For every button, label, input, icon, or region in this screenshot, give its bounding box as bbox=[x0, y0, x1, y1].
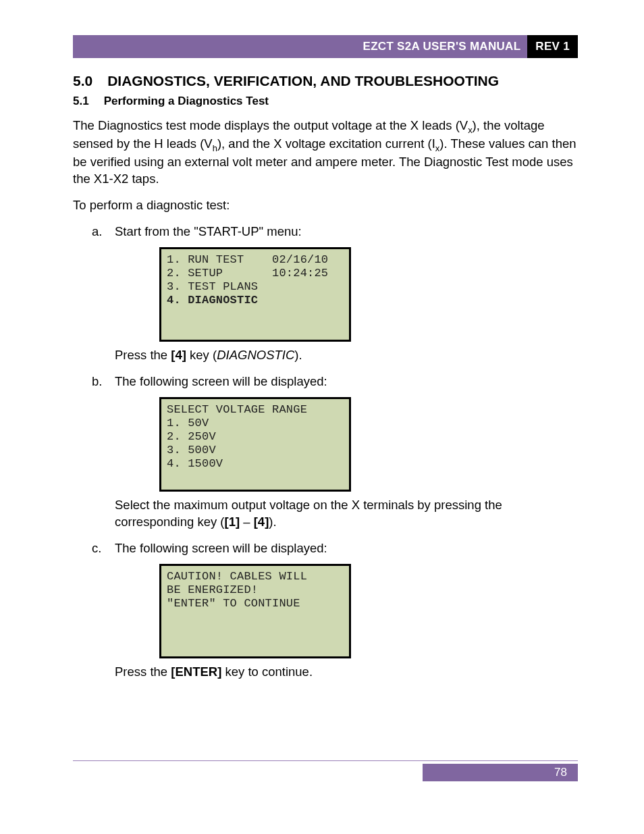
step-b-text: The following screen will be displayed: bbox=[115, 373, 578, 390]
step-a-after-pre: Press the bbox=[115, 348, 171, 362]
subsection-number: 5.1 bbox=[73, 95, 89, 108]
header-title: EZCT S2A USER'S MANUAL bbox=[73, 35, 527, 58]
key-4b: [4] bbox=[254, 515, 269, 529]
lcd-b-line2: 1. 50V bbox=[167, 417, 344, 430]
subsection-heading: 5.1 Performing a Diagnostics Test bbox=[73, 95, 578, 108]
section-heading: 5.0 DIAGNOSTICS, VERIFICATION, AND TROUB… bbox=[73, 73, 578, 89]
lcd-c-line4: "ENTER" TO CONTINUE bbox=[167, 597, 344, 610]
lcd-a-line3: 3. TEST PLANS bbox=[167, 280, 344, 294]
lcd-a-line2: 2. SETUP 10:24:25 bbox=[167, 267, 344, 280]
lcd-b-line4: 3. 500V bbox=[167, 444, 344, 457]
section-title: DIAGNOSTICS, VERIFICATION, AND TROUBLESH… bbox=[107, 73, 499, 89]
page-number: 78 bbox=[423, 764, 578, 781]
intro-paragraph: The Diagnostics test mode displays the o… bbox=[73, 118, 578, 188]
sub-vh: h bbox=[213, 143, 217, 153]
step-a-diagnostic-ital: DIAGNOSTIC bbox=[217, 348, 294, 362]
lcd-c-line1: CAUTION! CABLES WILL bbox=[167, 570, 344, 583]
lcd-screen-startup: 1. RUN TEST 02/16/10 2. SETUP 10:24:25 3… bbox=[159, 247, 351, 342]
step-c-after-post: key to continue. bbox=[221, 664, 313, 679]
step-b-dash: – bbox=[240, 515, 254, 529]
header-rev: REV 1 bbox=[527, 35, 578, 58]
step-b-after: Select the maximum output voltage on the… bbox=[115, 497, 578, 531]
step-c-text: The following screen will be displayed: bbox=[115, 540, 578, 557]
intro-text-a: The Diagnostics test mode displays the o… bbox=[73, 118, 468, 132]
footer-bar: 78 bbox=[73, 764, 578, 781]
step-a-after-post: ). bbox=[294, 348, 302, 362]
step-a-after-mid: key ( bbox=[186, 348, 217, 362]
lcd-screen-caution: CAUTION! CABLES WILL BE ENERGIZED! "ENTE… bbox=[159, 564, 351, 658]
step-b-letter: b. bbox=[92, 373, 115, 531]
subsection-title: Performing a Diagnostics Test bbox=[104, 95, 269, 108]
page-content: EZCT S2A USER'S MANUAL REV 1 5.0 DIAGNOS… bbox=[0, 0, 644, 681]
step-b-after-pre: Select the maximum output voltage on the… bbox=[115, 498, 502, 529]
lcd-a-line1: 1. RUN TEST 02/16/10 bbox=[167, 253, 344, 267]
step-b: b. The following screen will be displaye… bbox=[73, 373, 578, 531]
step-a-text: Start from the "START-UP" menu: bbox=[115, 224, 578, 240]
key-1: [1] bbox=[224, 515, 240, 529]
key-4: [4] bbox=[171, 348, 186, 362]
step-a-after: Press the [4] key (DIAGNOSTIC). bbox=[115, 347, 578, 364]
lcd-b-line5: 4. 1500V bbox=[167, 457, 344, 471]
section-number: 5.0 bbox=[73, 73, 92, 89]
lcd-b-line1: SELECT VOLTAGE RANGE bbox=[167, 403, 344, 417]
step-b-after-post: ). bbox=[269, 515, 276, 529]
lcd-c-line2: BE ENERGIZED! bbox=[167, 583, 344, 597]
footer-spacer bbox=[73, 764, 423, 781]
step-a-letter: a. bbox=[92, 224, 115, 364]
header-bar: EZCT S2A USER'S MANUAL REV 1 bbox=[73, 35, 578, 58]
footer-rule bbox=[73, 760, 578, 761]
step-a: a. Start from the "START-UP" menu: 1. RU… bbox=[73, 224, 578, 364]
intro-text-c: ), and the X voltage excitation current … bbox=[217, 136, 435, 151]
lcd-a-line4: 4. DIAGNOSTIC bbox=[167, 294, 344, 307]
lcd-b-line3: 2. 250V bbox=[167, 430, 344, 444]
page-footer: 78 bbox=[73, 760, 578, 781]
step-c-after-pre: Press the bbox=[115, 664, 171, 679]
step-c-after: Press the [ENTER] key to continue. bbox=[115, 664, 578, 681]
step-c-letter: c. bbox=[92, 540, 115, 681]
key-enter: [ENTER] bbox=[171, 664, 221, 679]
to-perform-text: To perform a diagnostic test: bbox=[73, 197, 578, 214]
step-c: c. The following screen will be displaye… bbox=[73, 540, 578, 681]
lcd-screen-voltage: SELECT VOLTAGE RANGE 1. 50V 2. 250V 3. 5… bbox=[159, 397, 351, 492]
